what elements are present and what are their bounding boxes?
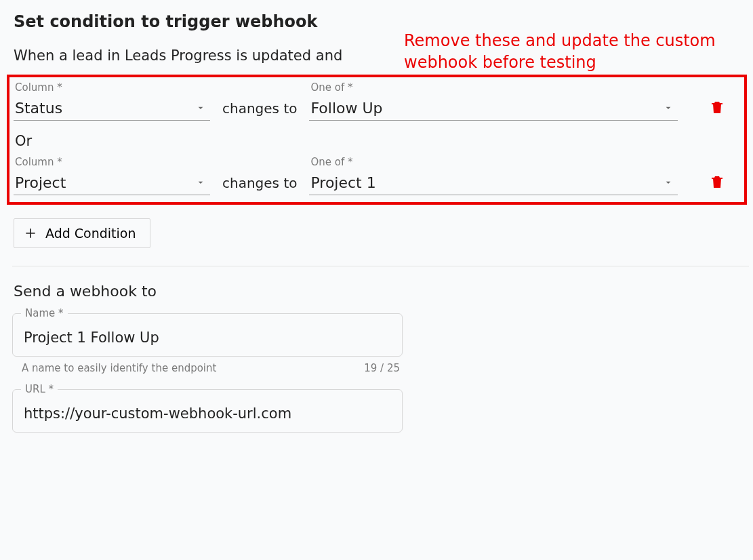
column-label: Column *: [15, 81, 210, 94]
name-input[interactable]: [22, 329, 392, 346]
chevron-down-icon: [195, 100, 206, 117]
column-select[interactable]: Project: [14, 172, 210, 195]
changes-to-label: changes to: [222, 175, 297, 195]
name-field-wrapper: Name *: [12, 313, 403, 357]
column-select[interactable]: Status: [14, 98, 210, 121]
url-field-wrapper: URL *: [12, 389, 403, 433]
name-counter: 19 / 25: [364, 362, 400, 374]
oneof-value: Project 1: [310, 174, 375, 191]
column-value: Status: [15, 100, 62, 117]
add-condition-label: Add Condition: [45, 226, 136, 241]
page-title: Set condition to trigger webhook: [14, 12, 749, 31]
section-divider: [12, 266, 749, 266]
name-label: Name *: [21, 307, 68, 319]
url-input[interactable]: [22, 405, 392, 422]
add-condition-button[interactable]: Add Condition: [14, 218, 150, 248]
or-connector: Or: [15, 133, 739, 149]
send-heading: Send a webhook to: [14, 283, 749, 300]
plus-icon: [24, 226, 37, 240]
column-label: Column *: [15, 156, 210, 168]
trash-icon: [709, 98, 725, 117]
chevron-down-icon: [195, 174, 206, 191]
oneof-label: One of *: [310, 81, 678, 94]
chevron-down-icon: [663, 174, 674, 191]
delete-condition-button[interactable]: [709, 172, 725, 195]
url-label: URL *: [21, 383, 58, 395]
changes-to-label: changes to: [222, 100, 297, 121]
delete-condition-button[interactable]: [709, 98, 725, 121]
oneof-value: Follow Up: [310, 100, 382, 117]
oneof-select[interactable]: Project 1: [309, 172, 678, 195]
condition-row: Column * Project changes to One of * Pro…: [14, 156, 739, 195]
condition-row: Column * Status changes to One of * Foll…: [14, 81, 739, 121]
oneof-select[interactable]: Follow Up: [309, 98, 678, 121]
name-hint: A name to easily identify the endpoint: [22, 362, 216, 374]
condition-group-highlight: Column * Status changes to One of * Foll…: [7, 75, 747, 205]
trash-icon: [709, 172, 725, 191]
chevron-down-icon: [663, 100, 674, 117]
column-value: Project: [15, 174, 66, 191]
annotation-overlay: Remove these and update the custom webho…: [404, 30, 716, 74]
oneof-label: One of *: [310, 156, 678, 168]
